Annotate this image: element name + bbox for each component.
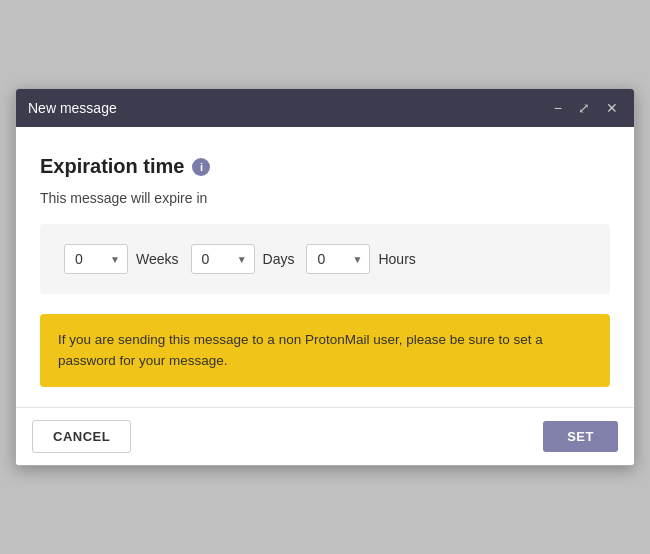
- dialog-footer: CANCEL SET: [16, 407, 634, 465]
- hours-select[interactable]: 0 1 2 3 4 5 6 7 8 9 10 11 12: [306, 244, 370, 274]
- warning-box: If you are sending this message to a non…: [40, 314, 610, 387]
- title-bar-controls: − ⤢ ✕: [550, 99, 622, 117]
- dialog-title: New message: [28, 100, 117, 116]
- info-icon[interactable]: i: [192, 158, 210, 176]
- time-selector-box: 0 1 2 3 4 ▼ Weeks 0 1 2: [40, 224, 610, 294]
- hours-unit: 0 1 2 3 4 5 6 7 8 9 10 11 12 ▼: [306, 244, 415, 274]
- maximize-button[interactable]: ⤢: [574, 99, 594, 117]
- days-select[interactable]: 0 1 2 3 4 5 6: [191, 244, 255, 274]
- warning-text: If you are sending this message to a non…: [58, 332, 543, 367]
- section-title-row: Expiration time i: [40, 155, 610, 178]
- close-button[interactable]: ✕: [602, 99, 622, 117]
- dialog-body: Expiration time i This message will expi…: [16, 127, 634, 407]
- days-label: Days: [263, 251, 295, 267]
- expire-subtitle: This message will expire in: [40, 190, 610, 206]
- cancel-button[interactable]: CANCEL: [32, 420, 131, 453]
- minimize-button[interactable]: −: [550, 99, 566, 117]
- weeks-label: Weeks: [136, 251, 179, 267]
- days-select-wrapper: 0 1 2 3 4 5 6 ▼: [191, 244, 255, 274]
- hours-select-wrapper: 0 1 2 3 4 5 6 7 8 9 10 11 12 ▼: [306, 244, 370, 274]
- hours-label: Hours: [378, 251, 415, 267]
- weeks-select[interactable]: 0 1 2 3 4: [64, 244, 128, 274]
- expiration-title: Expiration time: [40, 155, 184, 178]
- new-message-dialog: New message − ⤢ ✕ Expiration time i This…: [15, 88, 635, 466]
- title-bar: New message − ⤢ ✕: [16, 89, 634, 127]
- weeks-select-wrapper: 0 1 2 3 4 ▼: [64, 244, 128, 274]
- set-button[interactable]: SET: [543, 421, 618, 452]
- weeks-unit: 0 1 2 3 4 ▼ Weeks: [64, 244, 179, 274]
- days-unit: 0 1 2 3 4 5 6 ▼ Days: [191, 244, 295, 274]
